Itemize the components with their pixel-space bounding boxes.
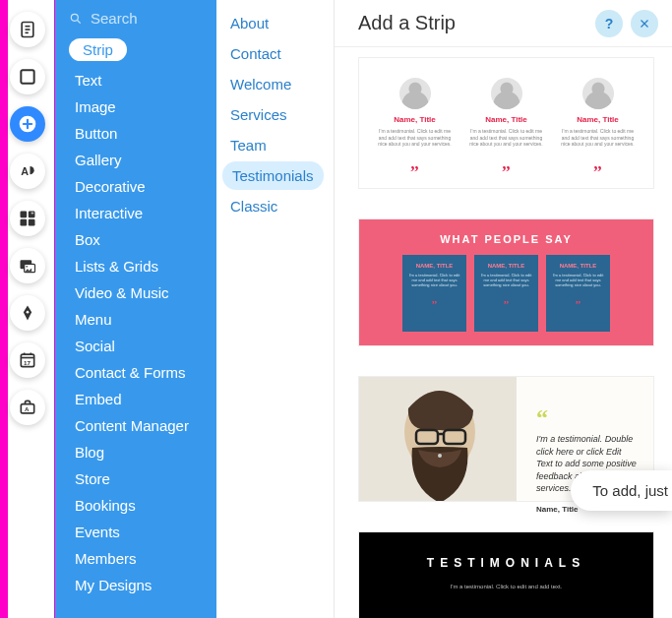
svg-text:A: A <box>24 405 29 412</box>
svg-point-34 <box>438 454 442 458</box>
svg-rect-11 <box>20 219 27 226</box>
avatar-icon <box>582 78 614 109</box>
media-icon <box>18 256 37 276</box>
help-icon: ? <box>605 16 614 31</box>
category-panel: Strip Text Image Button Gallery Decorati… <box>55 0 216 618</box>
panel-title: Add a Strip <box>358 12 456 34</box>
testimonial-name: NAME, TITLE <box>552 263 604 269</box>
subcategory-panel: About Contact Welcome Services Team Test… <box>216 0 335 618</box>
category-blog[interactable]: Blog <box>55 439 216 465</box>
strip-preview-4[interactable]: TESTIMONIALS I'm a testimonial. Click to… <box>358 531 654 618</box>
panel-header: Add a Strip ? <box>335 0 672 47</box>
testimonial-blurb: I'm a testimonial. Click to edit me and … <box>480 273 532 288</box>
category-gallery[interactable]: Gallery <box>55 147 216 173</box>
svg-point-17 <box>26 311 29 314</box>
add-icon <box>18 114 37 134</box>
testimonial-column: Name, Title I'm a testimonial. Click to … <box>369 78 460 180</box>
testimonial-name: NAME, TITLE <box>480 263 532 269</box>
testimonial-tile: NAME, TITLE I'm a testimonial. Click to … <box>474 255 538 332</box>
testimonial-name: NAME, TITLE <box>408 263 460 269</box>
category-strip[interactable]: Strip <box>69 38 127 61</box>
close-button[interactable] <box>631 10 658 37</box>
testimonial-blurb: I'm a testimonial. Click to edit me and … <box>559 128 638 148</box>
search-row[interactable] <box>55 0 216 32</box>
avatar-icon <box>491 78 522 109</box>
category-my-designs[interactable]: My Designs <box>55 572 216 598</box>
search-input[interactable] <box>91 10 189 27</box>
rail-ascend-button[interactable]: A <box>10 390 45 425</box>
category-embed[interactable]: Embed <box>55 386 216 412</box>
svg-rect-9 <box>20 212 27 218</box>
testimonial-blurb: I'm a testimonial. Click to edit me and … <box>408 273 460 288</box>
close-icon <box>639 18 650 30</box>
sub-classic[interactable]: Classic <box>216 192 334 220</box>
svg-text:17: 17 <box>24 359 31 366</box>
rail-bookings-button[interactable]: 17 <box>10 342 45 378</box>
category-events[interactable]: Events <box>55 519 216 545</box>
help-button[interactable]: ? <box>595 10 623 37</box>
svg-text:A: A <box>21 165 29 177</box>
category-store[interactable]: Store <box>55 465 216 492</box>
quote-icon: ,, <box>408 294 460 305</box>
quote-icon: ,, <box>552 155 643 173</box>
rail-pages-button[interactable] <box>10 12 45 47</box>
testimonial-blurb: I'm a testimonial. Click to edit me and … <box>467 128 546 148</box>
rail-background-button[interactable] <box>10 59 45 94</box>
sub-services[interactable]: Services <box>216 100 334 129</box>
quote-icon: ,, <box>460 155 552 173</box>
rail-blog-button[interactable] <box>10 295 45 331</box>
category-bookings[interactable]: Bookings <box>55 492 216 519</box>
testimonial-name: Name, Title <box>552 115 643 124</box>
rail-add-button[interactable] <box>10 106 45 142</box>
testimonial-name: Name, Title <box>369 115 460 124</box>
sub-testimonials[interactable]: Testimonials <box>222 161 324 190</box>
pages-icon <box>18 20 37 39</box>
testimonial-column: Name, Title I'm a testimonial. Click to … <box>460 78 552 180</box>
category-content-manager[interactable]: Content Manager <box>55 412 216 439</box>
left-rail: A + 17 A <box>0 0 55 618</box>
category-box[interactable]: Box <box>55 226 216 253</box>
category-lists-grids[interactable]: Lists & Grids <box>55 253 216 279</box>
category-members[interactable]: Members <box>55 545 216 572</box>
svg-point-16 <box>26 266 28 268</box>
sub-welcome[interactable]: Welcome <box>216 70 334 98</box>
strip-gallery: Name, Title I'm a testimonial. Click to … <box>335 47 672 618</box>
sub-contact[interactable]: Contact <box>216 39 334 68</box>
rail-theme-button[interactable]: A <box>10 154 45 189</box>
strip-preview-2[interactable]: WHAT PEOPLE SAY NAME, TITLE I'm a testim… <box>358 218 654 346</box>
category-button[interactable]: Button <box>55 120 216 147</box>
category-contact-forms[interactable]: Contact & Forms <box>55 359 216 386</box>
testimonial-name: Name, Title <box>460 115 552 124</box>
testimonial-blurb: I'm a testimonial. Click to edit me and … <box>376 128 455 148</box>
svg-text:+: + <box>31 210 34 216</box>
pen-icon <box>18 303 37 323</box>
category-interactive[interactable]: Interactive <box>55 200 216 226</box>
category-text[interactable]: Text <box>55 67 216 93</box>
category-image[interactable]: Image <box>55 93 216 120</box>
category-video-music[interactable]: Video & Music <box>55 279 216 306</box>
category-social[interactable]: Social <box>55 333 216 359</box>
quote-icon: ,, <box>480 294 532 305</box>
quote-icon: ,, <box>369 155 460 173</box>
search-icon <box>69 12 83 26</box>
calendar-icon: 17 <box>18 350 37 370</box>
category-decorative[interactable]: Decorative <box>55 173 216 200</box>
svg-rect-12 <box>28 219 34 226</box>
strip4-subtitle: I'm a testimonial. Click to edit and add… <box>369 584 643 589</box>
testimonial-photo <box>359 377 517 501</box>
theme-icon: A <box>18 161 37 181</box>
briefcase-icon: A <box>18 398 37 417</box>
sub-team[interactable]: Team <box>216 131 334 159</box>
quote-icon: “ <box>536 404 640 431</box>
category-menu[interactable]: Menu <box>55 306 216 333</box>
strip-preview-1[interactable]: Name, Title I'm a testimonial. Click to … <box>358 57 654 189</box>
testimonial-tile: NAME, TITLE I'm a testimonial. Click to … <box>402 255 466 332</box>
svg-rect-4 <box>21 70 33 83</box>
rail-media-button[interactable] <box>10 248 45 283</box>
testimonial-column: Name, Title I'm a testimonial. Click to … <box>552 78 643 180</box>
sub-about[interactable]: About <box>216 9 334 37</box>
strip4-title: TESTIMONIALS <box>369 556 643 570</box>
apps-icon: + <box>18 209 37 228</box>
quote-icon: ,, <box>552 294 604 305</box>
rail-apps-button[interactable]: + <box>10 201 45 236</box>
